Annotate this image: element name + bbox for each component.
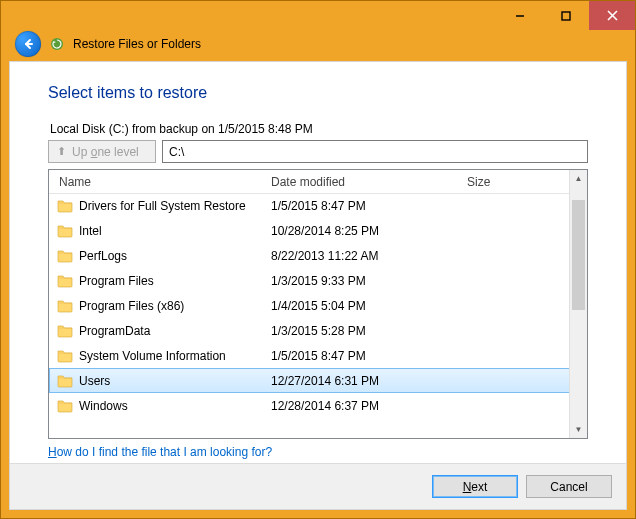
list-item[interactable]: Intel10/28/2014 8:25 PM	[49, 218, 570, 243]
column-size[interactable]: Size	[461, 175, 547, 189]
scroll-down-icon[interactable]: ▼	[570, 421, 587, 438]
item-name: System Volume Information	[79, 349, 226, 363]
scrollbar[interactable]: ▲ ▼	[569, 170, 587, 438]
up-arrow-icon: ⬆	[57, 145, 66, 158]
list-item[interactable]: System Volume Information1/5/2015 8:47 P…	[49, 343, 570, 368]
footer: Next Cancel	[10, 463, 626, 509]
help-link-container: How do I find the file that I am looking…	[48, 445, 588, 459]
item-name: PerfLogs	[79, 249, 127, 263]
maximize-button[interactable]	[543, 1, 589, 30]
list-item[interactable]: PerfLogs8/22/2013 11:22 AM	[49, 243, 570, 268]
back-button[interactable]	[15, 31, 41, 57]
list-item[interactable]: Program Files (x86)1/4/2015 5:04 PM	[49, 293, 570, 318]
folder-icon	[57, 323, 73, 339]
folder-icon	[57, 348, 73, 364]
list-item[interactable]: ProgramData1/3/2015 5:28 PM	[49, 318, 570, 343]
item-name: Windows	[79, 399, 128, 413]
folder-icon	[57, 248, 73, 264]
folder-icon	[57, 223, 73, 239]
item-name: Intel	[79, 224, 102, 238]
item-date: 1/5/2015 8:47 PM	[265, 349, 461, 363]
item-date: 1/5/2015 8:47 PM	[265, 199, 461, 213]
next-button[interactable]: Next	[432, 475, 518, 498]
item-date: 1/4/2015 5:04 PM	[265, 299, 461, 313]
help-link[interactable]: How do I find the file that I am looking…	[48, 445, 272, 459]
wizard-panel: Select items to restore Local Disk (C:) …	[9, 61, 627, 510]
list-item[interactable]: Drivers for Full System Restore1/5/2015 …	[49, 193, 570, 218]
folder-icon	[57, 398, 73, 414]
list-item[interactable]: Program Files1/3/2015 9:33 PM	[49, 268, 570, 293]
listview-header: Name Date modified Size	[49, 170, 587, 194]
up-one-level-button[interactable]: ⬆ Up one level	[48, 140, 156, 163]
folder-icon	[57, 373, 73, 389]
page-heading: Select items to restore	[48, 84, 588, 102]
column-date-modified[interactable]: Date modified	[265, 175, 461, 189]
file-listview: Name Date modified Size Drivers for Full…	[48, 169, 588, 439]
window-title: Restore Files or Folders	[73, 37, 201, 51]
item-name: Users	[79, 374, 110, 388]
item-name: Program Files (x86)	[79, 299, 184, 313]
item-name: ProgramData	[79, 324, 150, 338]
scrollbar-thumb[interactable]	[572, 200, 585, 310]
item-date: 1/3/2015 9:33 PM	[265, 274, 461, 288]
item-date: 12/28/2014 6:37 PM	[265, 399, 461, 413]
item-date: 12/27/2014 6:31 PM	[265, 374, 461, 388]
item-name: Program Files	[79, 274, 154, 288]
item-date: 1/3/2015 5:28 PM	[265, 324, 461, 338]
up-label: Up one level	[72, 145, 139, 159]
column-name[interactable]: Name	[49, 175, 265, 189]
item-date: 10/28/2014 8:25 PM	[265, 224, 461, 238]
scroll-up-icon[interactable]: ▲	[570, 170, 587, 187]
path-input[interactable]	[162, 140, 588, 163]
list-item[interactable]: Windows12/28/2014 6:37 PM	[49, 393, 570, 418]
item-name: Drivers for Full System Restore	[79, 199, 246, 213]
header-bar: Restore Files or Folders	[1, 30, 635, 62]
folder-icon	[57, 198, 73, 214]
backup-source-label: Local Disk (C:) from backup on 1/5/2015 …	[50, 122, 588, 136]
list-item[interactable]: Users12/27/2014 6:31 PM	[49, 368, 570, 393]
minimize-button[interactable]	[497, 1, 543, 30]
close-button[interactable]	[589, 1, 635, 30]
folder-icon	[57, 298, 73, 314]
item-date: 8/22/2013 11:22 AM	[265, 249, 461, 263]
back-arrow-icon	[21, 37, 35, 51]
titlebar	[1, 1, 635, 30]
svg-rect-1	[562, 12, 570, 20]
cancel-button[interactable]: Cancel	[526, 475, 612, 498]
app-icon	[49, 36, 65, 52]
folder-icon	[57, 273, 73, 289]
